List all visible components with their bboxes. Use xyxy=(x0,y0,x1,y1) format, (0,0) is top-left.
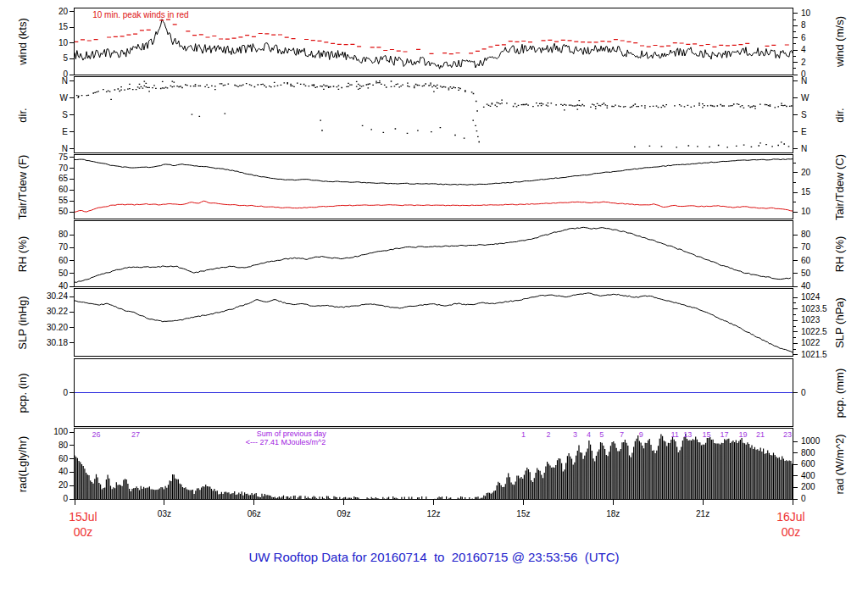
tick-mark-right xyxy=(793,172,798,173)
tick-label-left: 30.22 xyxy=(29,308,68,316)
annotation-rad-0: 26 xyxy=(92,431,100,439)
tick-mark-left xyxy=(70,247,74,248)
tick-mark-left xyxy=(70,445,74,446)
tick-label-right: E xyxy=(801,128,840,136)
tick-label-left: N xyxy=(29,77,68,86)
tick-mark-right xyxy=(793,75,798,75)
tick-mark-right xyxy=(793,273,798,274)
tick-mark-right-minor xyxy=(793,202,796,202)
tick-label-left: 60 xyxy=(29,455,68,463)
tick-mark-right-minor xyxy=(793,19,796,20)
tick-label-left: 40 xyxy=(29,282,68,291)
tick-label-left: 60 xyxy=(29,257,68,265)
plot-pcp xyxy=(75,359,793,426)
tick-label-left: 65 xyxy=(29,175,68,183)
x-tick-label: 09z xyxy=(337,509,351,518)
tair-f xyxy=(75,159,793,186)
x-tick-mark xyxy=(523,500,524,505)
x-tick-label: 15z xyxy=(516,509,530,518)
tick-mark-right-minor xyxy=(793,314,796,315)
tick-mark-left xyxy=(70,148,74,149)
tick-mark-left xyxy=(70,296,74,297)
tick-mark-right xyxy=(793,247,798,248)
axis-label-dir-right: dir. xyxy=(833,108,846,122)
tick-mark-right-minor xyxy=(793,56,796,57)
panel-slp xyxy=(74,288,793,357)
x-tick-label: 12z xyxy=(426,509,440,518)
panel-rh xyxy=(74,220,793,287)
annotation-rad-3: 2 xyxy=(546,431,550,439)
annotation-rad-8: 9 xyxy=(639,431,643,439)
tick-mark-right xyxy=(793,260,798,261)
tick-label-right: N xyxy=(801,145,840,153)
tick-label-left: 0 xyxy=(29,495,68,503)
tick-mark-left xyxy=(70,392,74,393)
tick-mark-left xyxy=(70,286,74,287)
tdew-f xyxy=(75,201,793,212)
x-tick-mark xyxy=(433,500,434,505)
tick-mark-left xyxy=(70,472,74,473)
tick-mark-left xyxy=(70,168,74,169)
tick-label-left: 80 xyxy=(29,230,68,239)
tick-label-left: 10 xyxy=(29,39,68,47)
tick-mark-right xyxy=(793,62,798,63)
tick-mark-left xyxy=(70,190,74,191)
tick-mark-left xyxy=(70,80,74,81)
x-tick-label: 18z xyxy=(606,509,620,518)
annotation-wind-0: 10 min. peak winds in red xyxy=(92,11,188,19)
tick-mark-right xyxy=(793,286,798,287)
tick-mark-right xyxy=(793,487,798,488)
tick-label-left: 60 xyxy=(29,186,68,194)
plot-rh xyxy=(75,221,793,286)
tick-label-left: 20 xyxy=(29,8,68,16)
wind-avg-kts xyxy=(75,19,793,69)
tick-label-left: 30.18 xyxy=(29,339,68,347)
tick-mark-right xyxy=(793,392,798,393)
tick-label-left: 40 xyxy=(29,468,68,476)
tick-mark-right xyxy=(793,97,798,98)
rh-percent xyxy=(75,227,791,282)
tick-mark-right xyxy=(793,464,798,465)
x-tick-label: 21z xyxy=(696,509,709,518)
tick-label-left: 70 xyxy=(29,164,68,173)
annotation-rad-11: 15 xyxy=(702,431,710,439)
tick-mark-left xyxy=(70,27,74,28)
tick-label-left: 15 xyxy=(29,23,68,31)
plot-rad xyxy=(75,429,793,499)
tick-mark-left xyxy=(70,75,74,75)
axis-label-temp-left: Tair/Tdew (F) xyxy=(16,154,29,219)
tick-label-left: 80 xyxy=(29,441,68,450)
tick-mark-left xyxy=(70,11,74,12)
tick-mark-right-minor xyxy=(793,31,796,32)
x-tick-mark xyxy=(703,500,704,505)
tick-mark-left xyxy=(70,342,74,343)
tick-mark-right-minor xyxy=(793,326,796,327)
tick-mark-left xyxy=(70,458,74,459)
x-tick-label: 06z xyxy=(248,509,261,518)
tick-label-left: 20 xyxy=(29,481,68,490)
tick-mark-left xyxy=(70,201,74,202)
tick-mark-right xyxy=(793,148,798,149)
panel-pcp xyxy=(74,358,793,427)
annotation-rad-6: 5 xyxy=(599,431,604,439)
slp-inhg xyxy=(75,293,793,352)
annotation-rad-12: 17 xyxy=(720,431,728,439)
axis-label-rh-right: RH (%) xyxy=(833,236,846,272)
tick-label-right: N xyxy=(801,77,840,86)
tick-mark-right xyxy=(793,37,798,38)
tick-mark-left xyxy=(70,485,74,486)
axis-label-dir-left: dir. xyxy=(16,108,29,122)
tick-mark-left xyxy=(70,179,74,180)
tick-mark-left xyxy=(70,273,74,274)
tick-mark-right xyxy=(793,114,798,115)
tick-label-left: 50 xyxy=(29,208,68,216)
x-tick-label: 03z xyxy=(158,509,171,518)
annotation-rad-10: 13 xyxy=(683,431,692,439)
tick-label-left: 0 xyxy=(29,389,68,397)
tick-mark-left xyxy=(70,42,74,43)
tick-mark-right-minor xyxy=(793,337,796,338)
tick-label-right: 0 xyxy=(801,495,840,503)
annotation-rad-17: <--- 27.41 MJoules/m^2 xyxy=(246,439,326,446)
tick-label-right: 1021.5 xyxy=(801,351,840,359)
tick-mark-right xyxy=(793,441,798,442)
